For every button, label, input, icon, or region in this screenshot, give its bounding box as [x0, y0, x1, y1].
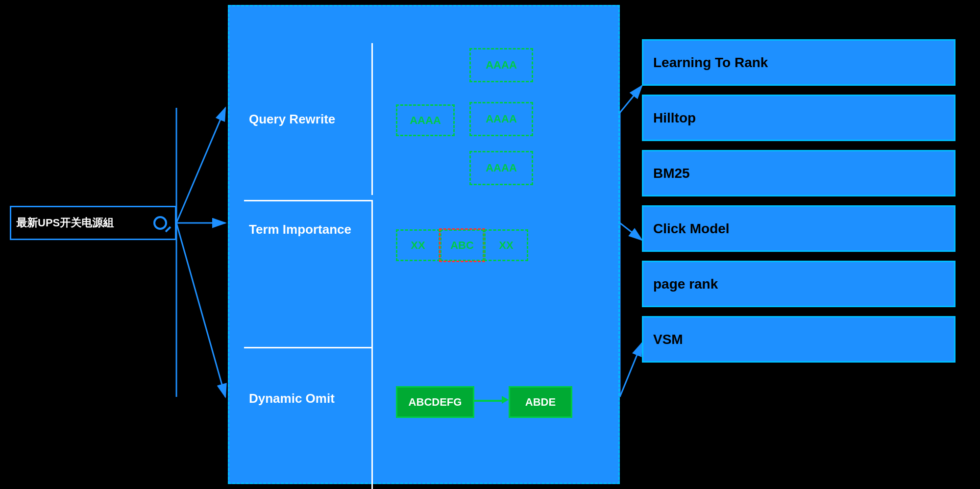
rank-label-page-rank: page rank: [653, 276, 718, 292]
rank-label-vsm: VSM: [653, 332, 683, 347]
qr-result-box-3: AAAA: [469, 151, 533, 185]
rank-box-hilltop: Hilltop: [642, 95, 956, 141]
svg-line-0: [176, 108, 225, 223]
qr-source-box: AAAA: [396, 104, 455, 136]
rank-label-click-model: Click Model: [653, 221, 730, 237]
rank-label-bm25: BM25: [653, 166, 690, 181]
section-line-query-rewrite: [371, 43, 373, 195]
section-line-dynamic: [371, 347, 373, 489]
main-container: 最新UPS开关电源組 Query Rewrite Term Importance…: [0, 0, 980, 489]
divider-query-term: [244, 200, 371, 201]
section-line-term: [371, 200, 373, 347]
ti-box-xx-right: XX: [484, 229, 528, 261]
rank-label-learning-to-rank: Learning To Rank: [653, 55, 768, 71]
section-label-query-rewrite: Query Rewrite: [249, 112, 335, 127]
rank-box-learning-to-rank: Learning To Rank: [642, 39, 956, 86]
svg-line-9: [620, 86, 642, 113]
qr-result-box-1: AAAA: [469, 48, 533, 82]
right-panel: Learning To Rank Hilltop BM25 Click Mode…: [642, 39, 975, 371]
section-label-term-importance: Term Importance: [249, 222, 351, 237]
search-icon[interactable]: [150, 213, 170, 233]
rank-box-click-model: Click Model: [642, 205, 956, 252]
do-arrow-line: [474, 400, 504, 402]
qr-result-box-2: AAAA: [469, 102, 533, 136]
svg-line-12: [620, 343, 642, 397]
search-icon-circle: [153, 216, 167, 230]
rank-label-hilltop: Hilltop: [653, 110, 696, 126]
search-box[interactable]: 最新UPS开关电源組: [10, 206, 176, 240]
do-result-box: ABDE: [509, 386, 572, 418]
svg-line-2: [176, 223, 225, 397]
main-panel: Query Rewrite Term Importance Dynamic Om…: [228, 5, 620, 484]
ti-box-xx-left: XX: [396, 229, 440, 261]
svg-line-10: [620, 223, 642, 240]
rank-box-page-rank: page rank: [642, 261, 956, 307]
divider-term-dynamic: [244, 347, 371, 348]
do-source-box: ABCDEFG: [396, 386, 474, 418]
rank-box-bm25: BM25: [642, 150, 956, 196]
rank-box-vsm: VSM: [642, 316, 956, 363]
section-label-dynamic-omit: Dynamic Omit: [249, 391, 335, 406]
search-input-text: 最新UPS开关电源組: [16, 216, 150, 230]
ti-box-abc: ABC: [440, 229, 484, 261]
